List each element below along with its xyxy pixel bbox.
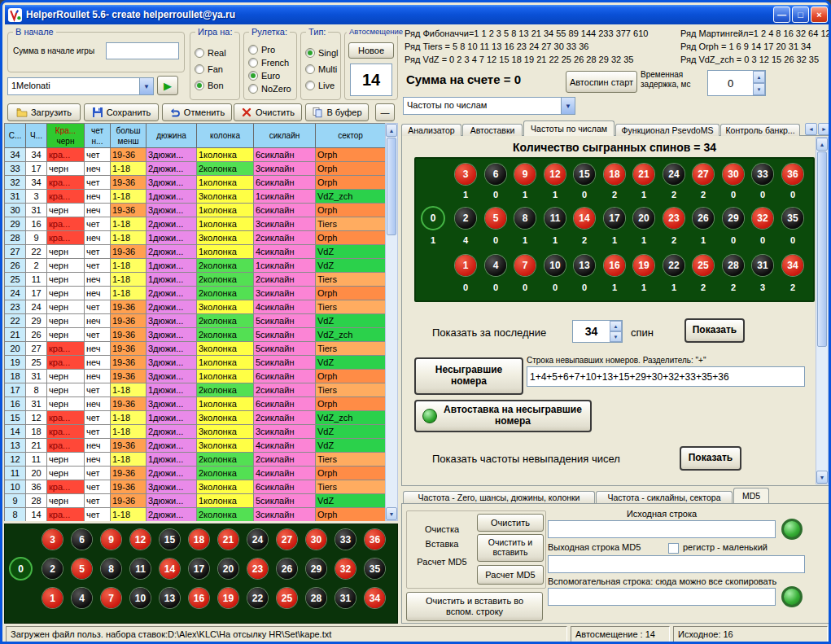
mode-combo[interactable]: Частоты по числам ▼ bbox=[403, 97, 575, 115]
felt-number-13[interactable]: 13 bbox=[160, 588, 180, 608]
md5-clear-aux-button[interactable]: Очистить и вставить во вспом. строку bbox=[406, 592, 543, 621]
felt-number-34[interactable]: 34 bbox=[365, 588, 385, 608]
felt-number-3[interactable]: 3 bbox=[42, 529, 63, 550]
felt-number-10[interactable]: 10 bbox=[545, 255, 566, 276]
history-row[interactable]: 3434кра...чет19-363дюжи...1колонка6сикла… bbox=[5, 148, 385, 162]
felt-number-33[interactable]: 33 bbox=[335, 529, 356, 550]
felt-number-16[interactable]: 16 bbox=[604, 255, 625, 276]
felt-number-35[interactable]: 35 bbox=[365, 559, 385, 579]
chevron-down-icon[interactable]: ▼ bbox=[139, 78, 153, 94]
felt-number-0[interactable]: 0 bbox=[11, 559, 31, 579]
felt-number-18[interactable]: 18 bbox=[604, 164, 625, 185]
titlebar[interactable]: HelperRoullet 5.6- create helperroullet@… bbox=[5, 5, 831, 24]
felt-number-14[interactable]: 14 bbox=[160, 559, 180, 579]
close-button[interactable]: × bbox=[811, 7, 828, 23]
felt-number-8[interactable]: 8 bbox=[101, 559, 121, 579]
tab-1[interactable]: Анализатор bbox=[401, 124, 461, 136]
tab-2[interactable]: Автоставки bbox=[462, 124, 523, 136]
history-row[interactable]: 178чернчет1-181дюжи...2колонка2сиклайнTi… bbox=[5, 383, 385, 397]
felt-number-14[interactable]: 14 bbox=[574, 208, 595, 229]
new-offset-button[interactable]: Новое bbox=[348, 42, 394, 59]
bottom-tab-3[interactable]: MD5 bbox=[733, 488, 769, 503]
show-freq-button[interactable]: Показать bbox=[680, 446, 741, 471]
bottom-tab-2[interactable]: Частота - сиклайны, сектора bbox=[596, 491, 733, 503]
radio-french[interactable]: French bbox=[248, 58, 294, 68]
felt-number-34[interactable]: 34 bbox=[782, 255, 803, 276]
column-header[interactable]: Кра...черн bbox=[47, 124, 85, 148]
history-table-scrollbar[interactable]: ▲ ▼ bbox=[385, 123, 398, 521]
felt-number-36[interactable]: 36 bbox=[365, 529, 385, 550]
felt-number-31[interactable]: 31 bbox=[335, 588, 356, 608]
history-row[interactable]: 289кра...неч1-181дюжи...3колонка2сиклайн… bbox=[5, 231, 385, 245]
md5-clear-paste-button[interactable]: Очистить и вставить bbox=[477, 534, 544, 562]
felt-number-1[interactable]: 1 bbox=[455, 255, 476, 276]
felt-number-10[interactable]: 10 bbox=[130, 588, 151, 608]
felt-number-30[interactable]: 30 bbox=[306, 529, 326, 550]
felt-number-11[interactable]: 11 bbox=[545, 208, 566, 229]
felt-number-21[interactable]: 21 bbox=[218, 529, 238, 550]
last-spins-spinner[interactable]: 34 ▲ ▼ bbox=[572, 320, 623, 343]
felt-number-32[interactable]: 32 bbox=[752, 208, 773, 229]
felt-number-8[interactable]: 8 bbox=[514, 208, 536, 229]
felt-number-19[interactable]: 19 bbox=[633, 255, 654, 276]
autospin-button[interactable]: Автоспин старт bbox=[566, 71, 637, 93]
show-last-button[interactable]: Показать bbox=[684, 318, 745, 343]
spinner-down-icon[interactable]: ▼ bbox=[610, 331, 622, 342]
felt-number-30[interactable]: 30 bbox=[723, 164, 744, 185]
history-row[interactable]: 928чернчет19-363дюжи...1колонка5сиклайнV… bbox=[5, 494, 385, 508]
felt-number-21[interactable]: 21 bbox=[633, 164, 654, 185]
felt-number-15[interactable]: 15 bbox=[574, 164, 595, 185]
toolbar-buffer-button[interactable]: В буфер bbox=[305, 103, 369, 121]
history-row[interactable]: 814кра...чет1-182дюжи...2колонка3сиклайн… bbox=[5, 508, 385, 521]
history-row[interactable]: 2916кра...чет1-182дюжи...1колонка3сиклай… bbox=[5, 217, 385, 231]
lowercase-checkbox[interactable] bbox=[668, 543, 679, 554]
history-row[interactable]: 1120чернчет19-362дюжи...2колонка4сиклайн… bbox=[5, 467, 385, 480]
md5-clear-button[interactable]: Очистить bbox=[477, 514, 544, 532]
start-sum-input[interactable] bbox=[106, 42, 179, 59]
felt-number-24[interactable]: 24 bbox=[247, 529, 268, 550]
history-row[interactable]: 2722чернчет19-362дюжи...1колонка4сиклайн… bbox=[5, 245, 385, 259]
history-row[interactable]: 1631черннеч19-363дюжи...1колонка6сиклайн… bbox=[5, 397, 385, 411]
felt-number-12[interactable]: 12 bbox=[130, 529, 151, 550]
preset-combo[interactable]: 1Melonati ▼ bbox=[7, 77, 154, 95]
felt-number-25[interactable]: 25 bbox=[693, 255, 714, 276]
felt-number-26[interactable]: 26 bbox=[277, 559, 297, 579]
scroll-up-icon[interactable]: ▲ bbox=[816, 138, 828, 151]
felt-number-5[interactable]: 5 bbox=[72, 559, 92, 579]
history-row[interactable]: 3031черннеч19-363дюжи...1колонка6сиклайн… bbox=[5, 204, 385, 217]
felt-number-35[interactable]: 35 bbox=[782, 208, 803, 229]
radio-real[interactable]: Real bbox=[195, 48, 237, 58]
history-row[interactable]: 2229черннеч19-363дюжи...2колонка5сиклайн… bbox=[5, 314, 385, 328]
felt-number-7[interactable]: 7 bbox=[514, 255, 536, 276]
history-row[interactable]: 2511черннеч1-181дюжи...2колонка2сиклайнT… bbox=[5, 273, 385, 287]
felt-number-12[interactable]: 12 bbox=[545, 164, 566, 185]
history-row[interactable]: 1321кра...неч19-362дюжи...3колонка4сикла… bbox=[5, 439, 385, 453]
md5-aux-input[interactable] bbox=[548, 588, 776, 606]
radio-live[interactable]: Live bbox=[305, 81, 338, 90]
felt-number-15[interactable]: 15 bbox=[160, 529, 180, 550]
history-row[interactable]: 2027кра...неч19-363дюжи...3колонка5сикла… bbox=[5, 342, 385, 356]
felt-number-33[interactable]: 33 bbox=[752, 164, 773, 185]
felt-number-13[interactable]: 13 bbox=[574, 255, 595, 276]
felt-number-28[interactable]: 28 bbox=[306, 588, 326, 608]
felt-number-17[interactable]: 17 bbox=[189, 559, 209, 579]
history-row[interactable]: 1831черннеч19-363дюжи...1колонка6сиклайн… bbox=[5, 370, 385, 383]
felt-number-0[interactable]: 0 bbox=[422, 208, 444, 229]
md5-source-input[interactable] bbox=[548, 520, 776, 538]
chevron-down-icon[interactable]: ▼ bbox=[561, 98, 575, 114]
history-row[interactable]: 1512кра...чет1-181дюжи...3колонка2сиклай… bbox=[5, 411, 385, 425]
felt-number-16[interactable]: 16 bbox=[189, 588, 209, 608]
autobet-button[interactable]: Автоставка на несыгравшие номера bbox=[414, 400, 592, 432]
felt-number-9[interactable]: 9 bbox=[514, 164, 536, 185]
felt-number-11[interactable]: 11 bbox=[130, 559, 151, 579]
radio-euro[interactable]: Euro bbox=[248, 71, 294, 81]
felt-number-5[interactable]: 5 bbox=[485, 208, 506, 229]
column-header[interactable]: сектор bbox=[316, 124, 385, 148]
not-played-button[interactable]: Несыгравшие номера bbox=[414, 357, 523, 395]
history-row[interactable]: 3317черннеч1-182дюжи...2колонка3сиклайнO… bbox=[5, 162, 385, 176]
spinner-up-icon[interactable]: ▲ bbox=[610, 321, 622, 331]
scrollbar-thumb[interactable] bbox=[817, 151, 827, 347]
radio-pro[interactable]: Pro bbox=[248, 45, 294, 55]
felt-number-24[interactable]: 24 bbox=[663, 164, 684, 185]
freq-panel-scrollbar[interactable]: ▲ ▼ bbox=[816, 137, 829, 484]
